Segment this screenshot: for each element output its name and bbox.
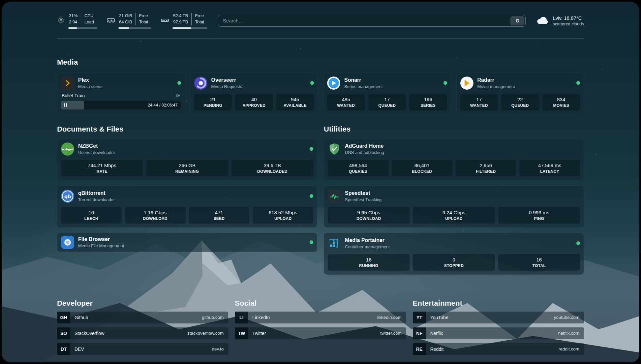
- stat-stopped: 0 STOPPED: [413, 254, 495, 271]
- app-subtitle: DNS and adblocking: [345, 150, 384, 155]
- bookmark-dev[interactable]: DT DEV dev.to: [57, 343, 228, 355]
- speedtest-icon: [328, 190, 341, 203]
- status-dot: [310, 147, 313, 151]
- app-card-portainer[interactable]: Media Portainer Container management 16 …: [324, 233, 584, 275]
- plex-time: 24:44 / 02:06:47: [148, 103, 177, 107]
- disk-labels: Free Total: [192, 13, 207, 25]
- status-dot: [310, 240, 313, 244]
- radarr-icon: [460, 76, 473, 90]
- now-playing-title: Bullet Train: [62, 93, 85, 98]
- stat-wanted: 17 WANTED: [460, 94, 498, 110]
- weather-widget[interactable]: Lviv, 16.87°C scattered clouds: [536, 15, 584, 26]
- app-title: Overseerr: [211, 77, 242, 83]
- app-title: Plex: [78, 77, 103, 83]
- bookmark-name: Twitter: [252, 331, 266, 336]
- bookmark-github[interactable]: GH Github github.com: [57, 312, 228, 323]
- ram-icon: [107, 16, 115, 26]
- bookmark-name: Netflix: [430, 331, 443, 336]
- stat-filtered: 2,956 FILTERED: [456, 160, 516, 176]
- app-title: Sonarr: [344, 77, 382, 83]
- stat-seed: 471 SEED: [189, 207, 250, 224]
- section-heading-developer: Developer: [57, 299, 228, 308]
- bookmark-twitter[interactable]: TW Twitter twitter.com: [235, 327, 406, 339]
- app-card-overseerr[interactable]: Overseerr Media Requests 21 PENDING 40 A…: [190, 73, 318, 114]
- svg-text:qb: qb: [64, 194, 71, 199]
- app-card-sonarr[interactable]: Sonarr Series management 485 WANTED 17 Q…: [323, 73, 451, 114]
- app-card-qbittorrent[interactable]: qb qBittorrent Torrent downloader 16 LEE…: [57, 186, 317, 228]
- bookmark-url: reddit.com: [559, 347, 579, 351]
- disk-icon: [161, 16, 169, 26]
- disk-values: 52.4 TB 97.9 TB: [172, 13, 192, 25]
- stat-upload: 618.52 Mbps UPLOAD: [253, 207, 313, 224]
- stat-upload: 9.24 Gbps UPLOAD: [413, 207, 495, 224]
- cpu-labels: CPU Load: [81, 13, 97, 25]
- stat-running: 16 RUNNING: [328, 254, 410, 271]
- cloud-icon: [536, 15, 549, 26]
- search-input[interactable]: [218, 15, 509, 26]
- stat-total: 16 TOTAL: [498, 254, 580, 271]
- section-heading-documents: Documents & Files: [57, 125, 317, 134]
- bookmark-abbr: TW: [235, 327, 248, 339]
- stat-queries: 498,564 QUERIES: [328, 160, 388, 176]
- app-subtitle: Container management: [345, 244, 390, 249]
- bookmark-linkedin[interactable]: LI LinkedIn linkedin.com: [235, 312, 406, 323]
- stat-pending: 21 PENDING: [194, 94, 232, 110]
- bookmark-abbr: GH: [57, 312, 70, 323]
- plex-icon: [61, 76, 74, 90]
- bookmark-stackoverflow[interactable]: SO StackOverflow stackoverflow.com: [57, 327, 228, 339]
- qbittorrent-icon: qb: [61, 190, 74, 203]
- section-heading-utilities: Utilities: [324, 125, 584, 134]
- ram-progress-bar: [118, 27, 151, 29]
- bookmark-abbr: SO: [57, 327, 70, 339]
- app-card-filebrowser[interactable]: File Browser Media File Management: [57, 233, 317, 252]
- documents-column: Documents & Files nzbget NZBGet Usenet d…: [57, 125, 317, 280]
- weather-location: Lviv, 16.87°C: [553, 15, 584, 21]
- app-title: NZBGet: [78, 143, 115, 149]
- disk-progress-bar: [172, 27, 207, 29]
- bookmark-url: github.com: [202, 315, 224, 320]
- bookmark-url: stackoverflow.com: [187, 331, 224, 336]
- app-card-radarr[interactable]: Radarr Movie management 17 WANTED 22 QUE…: [456, 73, 584, 114]
- bookmark-abbr: LI: [235, 312, 248, 323]
- portainer-icon: [328, 237, 341, 250]
- app-card-plex[interactable]: Plex Media server Bullet Train: [57, 73, 185, 114]
- status-dot: [177, 81, 181, 85]
- stat-rate: 744.21 Mbps RATE: [61, 160, 143, 176]
- pause-icon[interactable]: [64, 103, 67, 107]
- ram-monitor: 21 GiB 64 GiB Free Total: [107, 13, 151, 29]
- app-card-nzbget[interactable]: nzbget NZBGet Usenet downloader 744.21 M…: [57, 138, 317, 180]
- middle-columns: Documents & Files nzbget NZBGet Usenet d…: [57, 125, 584, 280]
- section-heading-entertainment: Entertainment: [413, 299, 584, 308]
- bookmark-youtube[interactable]: YT YouTube youtube.com: [413, 312, 584, 323]
- plex-progress-bar[interactable]: 24:44 / 02:06:47: [61, 101, 181, 109]
- bookmark-netflix[interactable]: NF Netflix netflix.com: [413, 327, 584, 339]
- system-monitors: 31% 2.94 CPU Load: [57, 13, 207, 29]
- stat-download: 9.65 Gbps DOWNLOAD: [328, 207, 410, 224]
- app-card-adguard[interactable]: AdGuard Home DNS and adblocking 498,564 …: [324, 138, 584, 180]
- search-engine-button[interactable]: G: [510, 16, 524, 25]
- bookmark-url: twitter.com: [380, 331, 402, 336]
- app-subtitle: Series management: [344, 84, 382, 89]
- app-subtitle: Media server: [78, 84, 103, 89]
- cpu-icon: [57, 16, 65, 25]
- app-title: File Browser: [78, 236, 124, 242]
- app-subtitle: Media Requests: [211, 84, 242, 89]
- dashboard-window: 31% 2.94 CPU Load: [2, 2, 639, 362]
- background-stars: [2, 2, 2, 2]
- adguard-icon: [328, 142, 341, 156]
- app-subtitle: Movie management: [477, 84, 515, 89]
- svg-text:nzbget: nzbget: [62, 147, 74, 151]
- app-subtitle: Usenet downloader: [78, 150, 115, 155]
- media-cards-row: Plex Media server Bullet Train: [57, 73, 584, 114]
- bookmark-name: LinkedIn: [252, 315, 270, 320]
- bookmark-url: youtube.com: [554, 315, 579, 320]
- bookmark-abbr: NF: [413, 327, 426, 339]
- stat-approved: 40 APPROVED: [235, 94, 273, 110]
- stat-series: 196 SERIES: [409, 94, 447, 110]
- utilities-column: Utilities AdGuard Home DNS and: [324, 125, 584, 280]
- gear-icon[interactable]: [175, 93, 180, 98]
- cpu-progress-bar: [68, 27, 97, 29]
- app-card-speedtest[interactable]: Speedtest Speedtest Tracking 9.65 Gbps D…: [324, 186, 584, 228]
- app-subtitle: Speedtest Tracking: [345, 197, 382, 202]
- bookmark-reddit[interactable]: RE Reddit reddit.com: [413, 343, 584, 355]
